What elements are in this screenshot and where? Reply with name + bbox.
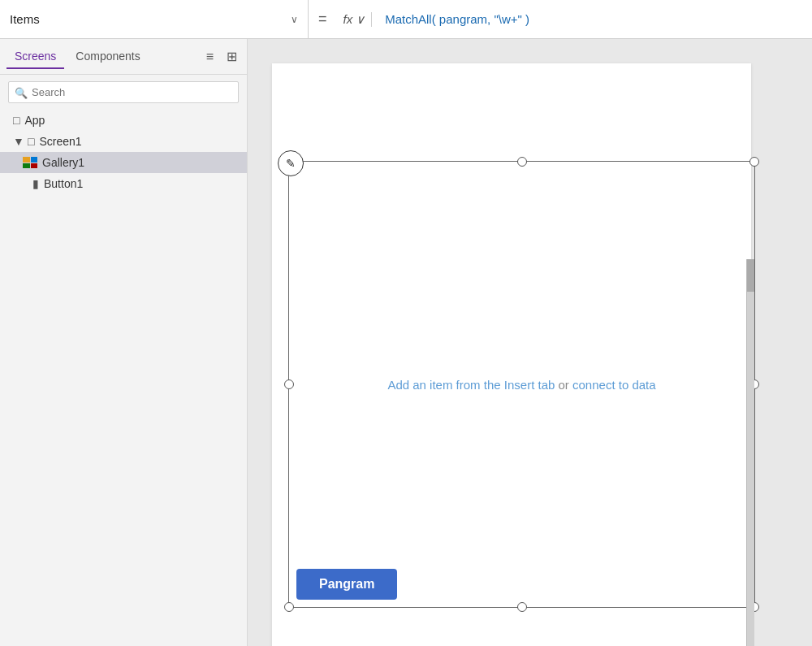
- formula-bar: Items ∨ = fx ∨ MatchAll( pangram, "\w+" …: [0, 0, 812, 39]
- sidebar-view-icons: ≡ ⊞: [203, 47, 240, 66]
- gallery-placeholder-insert: Add an item from the Insert tab: [387, 378, 555, 392]
- tree-item-app[interactable]: □ App: [0, 110, 247, 131]
- app-icon: □: [13, 114, 19, 127]
- gallery-scrollbar[interactable]: [746, 259, 754, 646]
- property-label: Items: [10, 12, 40, 26]
- handle-bottom-left[interactable]: [284, 602, 294, 612]
- equals-sign: =: [309, 11, 337, 28]
- tree-item-screen1[interactable]: ▼ □ Screen1: [0, 131, 247, 152]
- fx-label: fx: [343, 12, 353, 26]
- handle-mid-left[interactable]: [284, 379, 294, 389]
- canvas-screen[interactable]: ✎ Add an item from the Insert tab or con…: [272, 63, 751, 646]
- screen-icon: □: [28, 135, 34, 148]
- gallery-placeholder-connect: connect to data: [572, 378, 656, 392]
- property-chevron-icon: ∨: [291, 14, 298, 25]
- sidebar-search-container: 🔍: [0, 75, 247, 110]
- tab-components[interactable]: Components: [67, 45, 148, 69]
- scrollbar-thumb[interactable]: [747, 259, 754, 292]
- main-area: Screens Components ≡ ⊞ 🔍 □ App ▼ □ Scree…: [0, 39, 812, 646]
- tree-label-button1: Button1: [44, 177, 83, 190]
- fx-button[interactable]: fx ∨: [337, 12, 373, 27]
- pencil-icon: ✎: [286, 157, 296, 170]
- tree-item-gallery1[interactable]: Gallery1: [0, 152, 247, 173]
- handle-top-right[interactable]: [749, 157, 759, 167]
- tree-label-app: App: [24, 114, 45, 127]
- tree-item-button1[interactable]: ▮ Button1: [0, 173, 247, 194]
- tree-label-gallery1: Gallery1: [42, 156, 84, 169]
- sidebar-tab-bar: Screens Components ≡ ⊞: [0, 39, 247, 75]
- gallery-placeholder: Add an item from the Insert tab or conne…: [387, 378, 655, 392]
- list-view-icon[interactable]: ≡: [203, 48, 217, 66]
- sidebar: Screens Components ≡ ⊞ 🔍 □ App ▼ □ Scree…: [0, 39, 248, 646]
- tree-label-screen1: Screen1: [39, 135, 81, 148]
- handle-top-mid[interactable]: [517, 157, 527, 167]
- gallery-selection-box[interactable]: ✎ Add an item from the Insert tab or con…: [288, 161, 755, 608]
- handle-bottom-mid[interactable]: [517, 602, 527, 612]
- canvas-button-pangram[interactable]: Pangram: [296, 569, 397, 600]
- tab-screens[interactable]: Screens: [6, 45, 64, 69]
- grid-view-icon[interactable]: ⊞: [223, 47, 240, 66]
- canvas-area: ✎ Add an item from the Insert tab or con…: [248, 39, 812, 646]
- search-icon: 🔍: [15, 86, 28, 98]
- formula-input[interactable]: MatchAll( pangram, "\w+" ): [372, 12, 812, 26]
- expand-icon: ▼: [13, 135, 23, 148]
- search-input[interactable]: [8, 81, 239, 103]
- fx-chevron-icon: ∨: [356, 12, 365, 27]
- property-selector[interactable]: Items ∨: [0, 0, 309, 38]
- button-icon: ▮: [32, 177, 39, 190]
- edit-icon-circle[interactable]: ✎: [278, 150, 304, 176]
- gallery-icon: [23, 157, 37, 168]
- gallery-placeholder-or: or: [555, 378, 572, 392]
